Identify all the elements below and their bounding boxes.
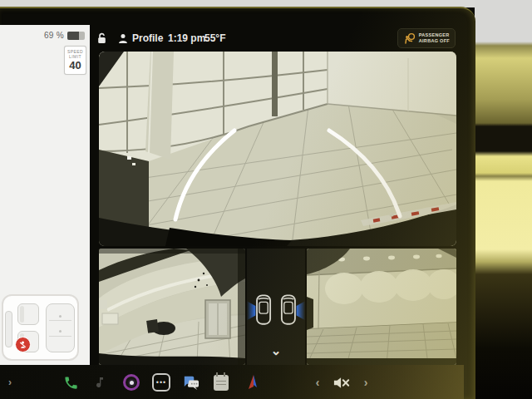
rear-camera-feed[interactable] <box>99 52 456 246</box>
calendar-icon <box>214 375 229 391</box>
app-grid-icon: ••• <box>152 373 170 392</box>
launcher-expand-chevron[interactable]: › <box>0 372 20 392</box>
status-sidebar: 69 % SPEED LIMIT 40 <box>0 25 90 365</box>
seatbelt-warning-icon <box>15 337 31 352</box>
outside-temperature-button[interactable]: 55°F <box>204 25 225 52</box>
app-launcher-bar: › ••• <box>0 365 464 399</box>
phone-icon <box>63 375 79 391</box>
front-seat <box>17 303 39 325</box>
camera-lens-icon <box>123 374 140 391</box>
calendar-app-button[interactable] <box>211 372 231 392</box>
tesla-touchscreen: 69 % SPEED LIMIT 40 <box>0 7 475 399</box>
music-app-button[interactable] <box>91 372 111 392</box>
media-next-button[interactable]: › <box>359 372 372 392</box>
messages-app-button[interactable] <box>181 372 201 392</box>
phone-app-button[interactable] <box>61 372 81 392</box>
speed-limit-value: 40 <box>69 60 81 71</box>
unlocked-padlock-icon <box>96 32 107 44</box>
collapse-camera-chevron[interactable]: ⌄ <box>247 345 305 357</box>
media-previous-button[interactable]: ‹ <box>311 372 324 392</box>
left-repeater-car-icon <box>247 293 273 326</box>
driver-seat <box>17 331 39 352</box>
battery-indicator[interactable]: 69 % <box>44 31 85 40</box>
camera-selector-strip: ⌄ <box>247 249 305 365</box>
profile-label: Profile <box>132 32 163 44</box>
temperature-label: 55°F <box>204 32 225 44</box>
seat-occupancy-map <box>2 294 79 361</box>
left-repeater-camera-feed[interactable] <box>99 249 245 365</box>
mute-volume-button[interactable] <box>329 372 354 392</box>
music-note-icon <box>95 376 108 389</box>
airbag-warning-icon <box>403 32 416 45</box>
dashcam-app-button[interactable] <box>121 372 141 392</box>
airbag-text-line2: AIRBAG <box>419 38 440 43</box>
messages-icon <box>183 375 200 390</box>
dashboard-photo: 69 % SPEED LIMIT 40 <box>0 0 532 399</box>
background-pillar <box>475 0 532 399</box>
time-label: 1:19 pm <box>168 32 205 44</box>
person-icon <box>118 33 128 44</box>
airbag-status: OFF <box>440 38 450 43</box>
speed-limit-sign: SPEED LIMIT 40 <box>64 46 86 75</box>
battery-percent-label: 69 % <box>44 31 64 40</box>
battery-icon <box>67 32 85 40</box>
passenger-airbag-indicator: PASSENGER AIRBAG OFF <box>397 28 456 48</box>
rear-bench-seat <box>46 303 75 352</box>
top-status-bar: Profile 1:19 pm 55°F PASSENGER <box>90 25 464 52</box>
clock: 1:19 pm <box>168 25 205 52</box>
airbag-text-line1: PASSENGER <box>419 32 450 38</box>
display-area: 69 % SPEED LIMIT 40 <box>0 25 464 399</box>
all-apps-button[interactable]: ••• <box>151 372 171 392</box>
profile-menu-button[interactable]: Profile <box>118 25 163 52</box>
navigation-app-button[interactable] <box>243 372 263 392</box>
navigation-arrow-icon <box>246 375 259 390</box>
right-repeater-camera-feed[interactable] <box>307 249 456 365</box>
right-repeater-car-icon <box>279 293 305 326</box>
unlock-button[interactable] <box>96 25 107 52</box>
mute-speaker-icon <box>333 377 350 389</box>
car-dash-graphic <box>5 311 12 347</box>
